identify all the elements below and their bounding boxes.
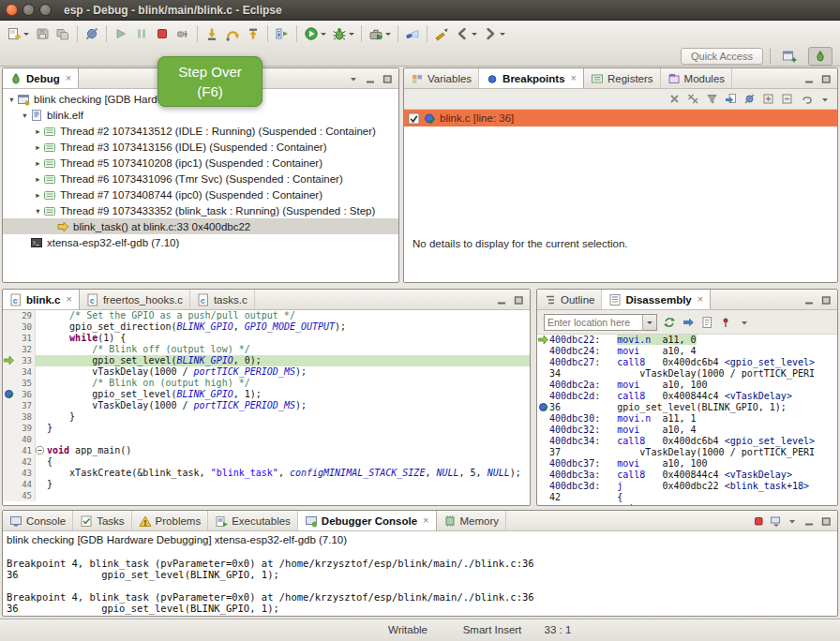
- window-maximize-button[interactable]: [39, 4, 52, 16]
- link-with-debug-view-button[interactable]: [798, 91, 814, 107]
- tab-problems[interactable]: Problems: [132, 511, 209, 530]
- debug-tree-item[interactable]: ▸Thread #3 1073413156 (IDLE) (Suspended …: [3, 139, 398, 155]
- tree-expanded-arrow-icon[interactable]: ▾: [33, 206, 43, 216]
- terminate-console-button[interactable]: [751, 514, 766, 529]
- tree-collapsed-arrow-icon[interactable]: ▸: [33, 174, 43, 184]
- new-wizard-caret-icon[interactable]: [23, 33, 29, 38]
- save-all-button[interactable]: [52, 23, 73, 44]
- minimize-button[interactable]: [802, 514, 817, 529]
- breakpoint-row[interactable]: blink.c [line: 36]: [404, 110, 837, 127]
- tab-tasks[interactable]: Tasks: [73, 511, 131, 530]
- view-menu-button[interactable]: [346, 71, 361, 86]
- debug-button[interactable]: [329, 23, 357, 44]
- external-tools-caret-icon[interactable]: [385, 33, 391, 38]
- maximize-button[interactable]: [380, 71, 395, 86]
- breakpoint-marker-icon[interactable]: [3, 389, 15, 400]
- tree-expanded-arrow-icon[interactable]: ▾: [20, 111, 30, 120]
- debug-tree-item[interactable]: ▸Thread #7 1073408744 (ipc0) (Suspended …: [3, 186, 398, 202]
- minimize-button[interactable]: [494, 292, 509, 307]
- show-source-button[interactable]: [698, 314, 714, 330]
- forward-button[interactable]: [480, 23, 508, 44]
- display-console-button[interactable]: [768, 514, 783, 529]
- tree-collapsed-arrow-icon[interactable]: ▸: [33, 158, 43, 168]
- code-editor[interactable]: 29 /* Set the GPIO as a push/pull output…: [3, 310, 530, 501]
- tree-expanded-arrow-icon[interactable]: ▾: [7, 95, 17, 104]
- goto-program-counter-button[interactable]: [680, 314, 696, 330]
- run-button[interactable]: [301, 23, 329, 44]
- debug-tree-item[interactable]: ▸Thread #5 1073410208 (ipc1) (Suspended …: [3, 155, 398, 171]
- tree-collapsed-arrow-icon[interactable]: ▸: [33, 142, 43, 152]
- debug-caret-icon[interactable]: [349, 33, 354, 38]
- quick-access-button[interactable]: Quick Access: [681, 48, 763, 65]
- step-into-button[interactable]: [202, 23, 222, 44]
- disconnect-button[interactable]: [172, 23, 193, 44]
- tab-tasks-c[interactable]: ctasks.c: [190, 290, 255, 309]
- show-breakpoints-supported-button[interactable]: [704, 91, 720, 107]
- run-caret-icon[interactable]: [321, 33, 326, 38]
- minimize-button[interactable]: [802, 71, 817, 86]
- tab-debug[interactable]: Debug×: [3, 68, 79, 88]
- tab-executables[interactable]: Executables: [208, 511, 298, 530]
- window-close-button[interactable]: [6, 4, 18, 16]
- maximize-button[interactable]: [818, 292, 833, 307]
- tab-close-icon[interactable]: ×: [66, 294, 71, 305]
- collapse-all-button[interactable]: [779, 91, 795, 107]
- debug-tree-item[interactable]: ▸Thread #2 1073413512 (IDLE : Running) (…: [3, 123, 398, 139]
- tab-freertos-hooks-c[interactable]: cfreertos_hooks.c: [80, 290, 190, 309]
- maximize-button[interactable]: [818, 514, 833, 529]
- new-wizard-button[interactable]: [4, 23, 32, 44]
- console-output[interactable]: Breakpoint 4, blink_task (pvParameter=0x…: [3, 546, 837, 614]
- maximize-button[interactable]: [818, 71, 833, 86]
- expand-all-button[interactable]: [760, 91, 776, 107]
- external-tools-button[interactable]: [366, 23, 394, 44]
- combo-caret-icon[interactable]: [642, 315, 656, 330]
- sync-active-context-button[interactable]: [661, 314, 677, 330]
- disassembly-content[interactable]: 400dbc22: movi.n a11, 0400dbc24: movi a1…: [537, 335, 837, 506]
- tab-disassembly[interactable]: Disassembly×: [602, 290, 711, 309]
- goto-breakpoint-file-button[interactable]: [723, 91, 739, 107]
- tab-blink-c[interactable]: cblink.c×: [3, 290, 80, 309]
- view-menu-button[interactable]: [785, 514, 800, 529]
- remove-breakpoint-button[interactable]: [667, 91, 682, 107]
- breakpoints-list[interactable]: blink.c [line: 36]: [404, 110, 837, 127]
- step-return-button[interactable]: [243, 23, 263, 44]
- debug-tree-item[interactable]: ▾Thread #9 1073433352 (blink_task : Runn…: [3, 202, 398, 218]
- resume-button[interactable]: [111, 23, 131, 44]
- save-button[interactable]: [32, 23, 52, 44]
- fold-marker-icon[interactable]: [35, 445, 44, 456]
- pin-view-button[interactable]: [717, 314, 733, 330]
- debug-tree-item[interactable]: ▸Thread #6 1073431096 (Tmr Svc) (Suspend…: [3, 171, 398, 186]
- instruction-pointer-icon[interactable]: [3, 355, 15, 366]
- tab-close-icon[interactable]: ×: [66, 73, 71, 83]
- tab-outline[interactable]: Outline: [537, 290, 602, 309]
- last-edit-location-button[interactable]: [431, 23, 452, 44]
- step-over-button[interactable]: [222, 23, 243, 44]
- debug-launch-tree[interactable]: ▾blink checking [GDB Hardware Debugging]…: [3, 89, 398, 250]
- debug-tree-item[interactable]: blink_task() at blink.c:33 0x400dbc22: [3, 218, 398, 234]
- debug-perspective-button[interactable]: [808, 47, 832, 66]
- view-menu-button[interactable]: [817, 91, 832, 107]
- skip-all-breakpoints-button[interactable]: [82, 23, 102, 44]
- tab-memory[interactable]: Memory: [437, 511, 507, 530]
- suspend-button[interactable]: [131, 23, 152, 44]
- tab-close-icon[interactable]: ×: [423, 515, 428, 526]
- search-button[interactable]: [402, 23, 423, 44]
- tab-close-icon[interactable]: ×: [698, 294, 703, 305]
- tab-variables[interactable]: Variables: [404, 68, 479, 88]
- instruction-stepping-button[interactable]: [272, 23, 292, 44]
- minimize-button[interactable]: [802, 292, 817, 307]
- tree-collapsed-arrow-icon[interactable]: ▸: [33, 190, 43, 200]
- location-combo[interactable]: [544, 314, 657, 331]
- terminate-button[interactable]: [152, 23, 172, 44]
- back-caret-icon[interactable]: [472, 33, 477, 38]
- tab-registers[interactable]: Registers: [584, 68, 661, 88]
- minimize-button[interactable]: [363, 71, 378, 86]
- debug-tree-item[interactable]: ▾blink.elf: [3, 107, 398, 123]
- tab-modules[interactable]: Modules: [661, 68, 732, 88]
- remove-all-breakpoints-button[interactable]: [685, 91, 701, 107]
- tab-debugger-console[interactable]: Debugger Console×: [298, 511, 437, 530]
- back-button[interactable]: [452, 23, 480, 44]
- tab-breakpoints[interactable]: Breakpoints×: [479, 68, 584, 88]
- tree-collapsed-arrow-icon[interactable]: ▸: [33, 127, 43, 136]
- debug-tree-item[interactable]: xtensa-esp32-elf-gdb (7.10): [3, 234, 398, 250]
